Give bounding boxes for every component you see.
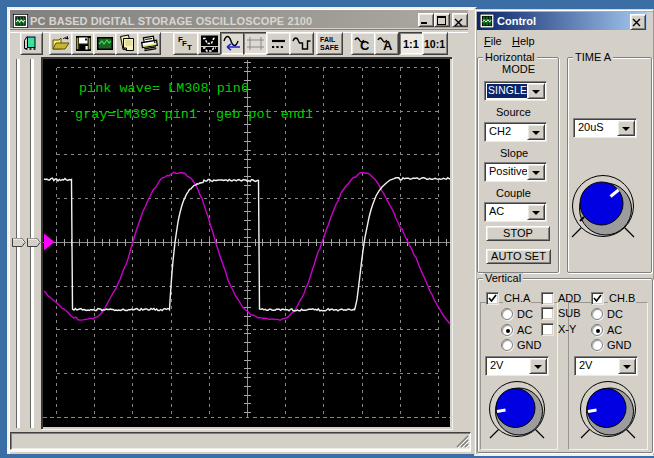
svg-text:geb pot end1: geb pot end1 <box>216 107 313 122</box>
svg-text:gray=LM393 pin1: gray=LM393 pin1 <box>75 107 197 122</box>
svg-text:pink wave= LM308 pin6: pink wave= LM308 pin6 <box>79 81 249 96</box>
